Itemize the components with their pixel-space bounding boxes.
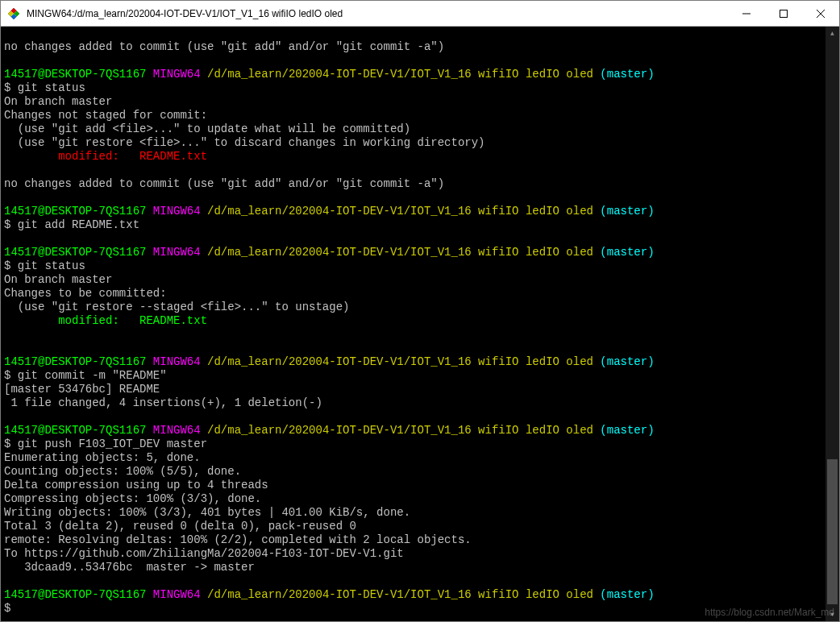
output-line: On branch master (4, 273, 825, 287)
prompt-line: 14517@DESKTOP-7QS1167 MINGW64 /d/ma_lear… (4, 246, 825, 259)
output-line: 1 file changed, 4 insertions(+), 1 delet… (4, 396, 825, 410)
maximize-icon (780, 10, 788, 18)
vertical-scrollbar[interactable]: ▲ ▼ (825, 27, 839, 621)
close-icon (817, 10, 825, 18)
output-line: Compressing objects: 100% (3/3), done. (4, 492, 825, 506)
output-line: 3dcaad9..53476bc master -> master (4, 561, 825, 574)
output-line: no changes added to commit (use "git add… (4, 177, 825, 191)
scroll-up-button[interactable]: ▲ (825, 27, 839, 40)
output-line: Writing objects: 100% (3/3), 401 bytes |… (4, 506, 825, 520)
terminal-window: MINGW64:/d/ma_learn/202004-IOT-DEV-V1/IO… (0, 0, 840, 622)
prompt-line: 14517@DESKTOP-7QS1167 MINGW64 /d/ma_lear… (4, 588, 825, 602)
modified-unstaged: modified: README.txt (4, 150, 825, 164)
watermark: https://blog.csdn.net/Mark_md (705, 607, 834, 618)
minimize-icon (742, 10, 751, 18)
output-line: no changes added to commit (use "git add… (4, 40, 825, 54)
terminal-output[interactable]: no changes added to commit (use "git add… (1, 27, 825, 621)
output-line: (use "git restore --staged <file>..." to… (4, 301, 825, 314)
scrollbar-track[interactable] (825, 40, 839, 607)
titlebar[interactable]: MINGW64:/d/ma_learn/202004-IOT-DEV-V1/IO… (1, 1, 839, 27)
command-line: $ git push F103_IOT_DEV master (4, 437, 825, 451)
command-line: $ git add README.txt (4, 218, 825, 232)
prompt-line: 14517@DESKTOP-7QS1167 MINGW64 /d/ma_lear… (4, 424, 825, 437)
output-line: (use "git restore <file>..." to discard … (4, 136, 825, 150)
command-line: $ git commit -m "README" (4, 369, 825, 383)
command-line: $ git status (4, 259, 825, 273)
prompt-line: 14517@DESKTOP-7QS1167 MINGW64 /d/ma_lear… (4, 355, 825, 369)
output-line: Delta compression using up to 4 threads (4, 479, 825, 492)
scrollbar-thumb[interactable] (827, 459, 838, 604)
chevron-up-icon: ▲ (830, 30, 834, 37)
svg-rect-6 (780, 10, 788, 17)
output-line: On branch master (4, 95, 825, 109)
window-title: MINGW64:/d/ma_learn/202004-IOT-DEV-V1/IO… (27, 8, 728, 19)
output-line: Changes not staged for commit: (4, 109, 825, 122)
client-area: no changes added to commit (use "git add… (1, 27, 839, 621)
window-controls (728, 1, 839, 26)
command-line[interactable]: $ (4, 602, 825, 616)
output-line: Changes to be committed: (4, 287, 825, 301)
output-line: remote: Resolving deltas: 100% (2/2), co… (4, 533, 825, 547)
output-line: [master 53476bc] README (4, 383, 825, 396)
maximize-button[interactable] (765, 1, 802, 26)
output-line: Total 3 (delta 2), reused 0 (delta 0), p… (4, 520, 825, 533)
output-line: (use "git add <file>..." to update what … (4, 122, 825, 136)
close-button[interactable] (802, 1, 839, 26)
output-line: To https://github.com/ZhiliangMa/202004-… (4, 547, 825, 561)
app-icon (7, 7, 20, 20)
prompt-line: 14517@DESKTOP-7QS1167 MINGW64 /d/ma_lear… (4, 68, 825, 81)
command-line: $ git status (4, 81, 825, 95)
output-line: Counting objects: 100% (5/5), done. (4, 465, 825, 479)
output-line: Enumerating objects: 5, done. (4, 451, 825, 465)
minimize-button[interactable] (728, 1, 765, 26)
modified-staged: modified: README.txt (4, 314, 825, 328)
prompt-line: 14517@DESKTOP-7QS1167 MINGW64 /d/ma_lear… (4, 205, 825, 218)
